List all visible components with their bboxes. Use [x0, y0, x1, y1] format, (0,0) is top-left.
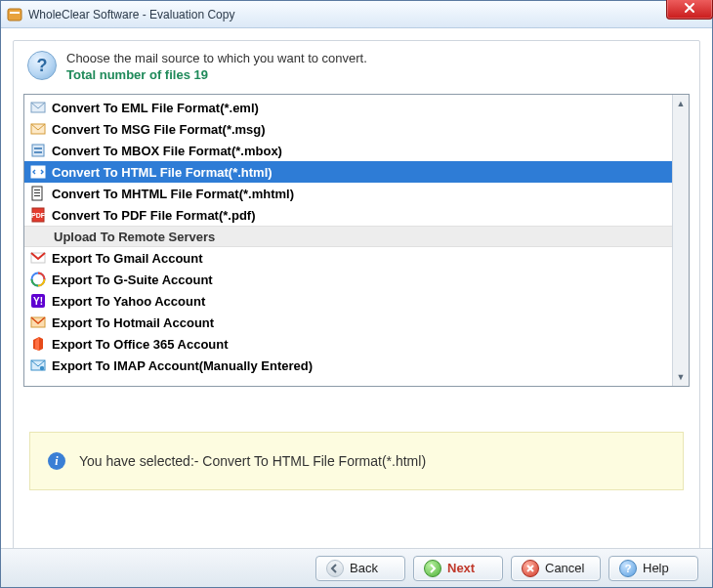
next-label: Next: [447, 561, 475, 575]
help-badge-icon: ?: [27, 51, 57, 80]
cancel-icon: [522, 560, 539, 577]
hotmail-icon: [30, 315, 46, 330]
format-option[interactable]: Convert To EML File Format(*.eml): [24, 97, 672, 118]
info-icon: i: [48, 452, 65, 470]
help-button[interactable]: ? Help: [608, 556, 698, 581]
remote-option-label: Export To Yahoo Account: [52, 294, 205, 309]
header: ? Choose the mail source to which you wa…: [23, 51, 690, 92]
gsuite-icon: [30, 272, 46, 287]
back-button[interactable]: Back: [315, 556, 405, 581]
remote-option-label: Export To G-Suite Account: [52, 273, 213, 287]
format-list-inner: Convert To EML File Format(*.eml)Convert…: [24, 95, 672, 386]
help-label: Help: [643, 561, 669, 575]
remote-option-label: Export To IMAP Account(Manually Entered): [52, 358, 313, 373]
svg-rect-6: [34, 151, 42, 153]
selection-notice: i You have selected:- Convert To HTML Fi…: [29, 432, 684, 490]
format-list: Convert To EML File Format(*.eml)Convert…: [23, 94, 690, 387]
format-option[interactable]: Convert To MBOX File Format(*.mbox): [24, 140, 672, 161]
yahoo-icon: Y!: [30, 293, 46, 309]
gmail-icon: [30, 250, 46, 266]
file-count-text: Total number of files 19: [66, 67, 367, 82]
format-option-label: Convert To HTML File Format(*.html): [52, 165, 273, 180]
format-option[interactable]: PDFConvert To PDF File Format(*.pdf): [24, 204, 672, 226]
header-text: Choose the mail source to which you want…: [66, 51, 367, 82]
remote-option-label: Export To Hotmail Account: [52, 315, 214, 330]
mbox-icon: [30, 143, 46, 158]
remote-option[interactable]: Export To Office 365 Account: [24, 333, 672, 355]
pdf-icon: PDF: [30, 207, 46, 223]
svg-rect-5: [34, 147, 42, 149]
cancel-button[interactable]: Cancel: [511, 556, 601, 581]
svg-rect-10: [34, 192, 40, 193]
remote-option[interactable]: Export To IMAP Account(Manually Entered): [24, 355, 672, 376]
svg-rect-4: [32, 145, 44, 156]
remote-option[interactable]: Export To Gmail Account: [24, 247, 672, 269]
imap-icon: [30, 357, 46, 373]
remote-option[interactable]: Export To G-Suite Account: [24, 269, 672, 290]
format-option-label: Convert To MSG File Format(*.msg): [52, 122, 266, 137]
close-button[interactable]: [666, 0, 713, 20]
format-option[interactable]: Convert To MHTML File Format(*.mhtml): [24, 183, 672, 204]
footer: Back Next Cancel ? Help: [1, 548, 712, 587]
app-window: WholeClear Software - Evaluation Copy ? …: [0, 0, 713, 588]
cancel-label: Cancel: [545, 561, 584, 575]
format-option-label: Convert To MHTML File Format(*.mhtml): [52, 187, 294, 201]
svg-rect-0: [8, 9, 21, 21]
eml-icon: [30, 100, 46, 115]
content-panel: ? Choose the mail source to which you wa…: [13, 40, 700, 575]
svg-rect-11: [34, 195, 40, 196]
scrollbar[interactable]: ▲ ▼: [672, 95, 689, 386]
format-option[interactable]: Convert To HTML File Format(*.html): [24, 161, 672, 183]
svg-rect-9: [34, 189, 40, 190]
next-button[interactable]: Next: [413, 556, 503, 581]
html-icon: [30, 164, 46, 180]
titlebar: WholeClear Software - Evaluation Copy: [1, 1, 712, 28]
format-option-label: Convert To MBOX File Format(*.mbox): [52, 144, 282, 158]
mhtml-icon: [30, 186, 46, 201]
msg-icon: [30, 121, 46, 137]
remote-option[interactable]: Y!Export To Yahoo Account: [24, 290, 672, 312]
svg-text:PDF: PDF: [31, 212, 46, 219]
format-option-label: Convert To EML File Format(*.eml): [52, 101, 259, 115]
window-title: WholeClear Software - Evaluation Copy: [28, 8, 234, 21]
remote-option-label: Export To Office 365 Account: [52, 337, 229, 352]
remote-section-label: Upload To Remote Servers: [54, 230, 215, 244]
back-arrow-icon: [326, 560, 344, 577]
close-icon: [683, 2, 696, 14]
remote-section-header: Upload To Remote Servers: [24, 226, 672, 247]
scroll-up-button[interactable]: ▲: [675, 97, 687, 110]
o365-icon: [30, 336, 46, 352]
svg-text:Y!: Y!: [33, 296, 43, 307]
back-label: Back: [350, 561, 378, 575]
next-arrow-icon: [424, 560, 441, 577]
format-option-label: Convert To PDF File Format(*.pdf): [52, 208, 255, 223]
remote-option-label: Export To Gmail Account: [52, 251, 203, 266]
scroll-down-button[interactable]: ▼: [675, 370, 687, 384]
svg-rect-1: [10, 12, 20, 14]
app-icon: [7, 7, 22, 22]
format-option[interactable]: Convert To MSG File Format(*.msg): [24, 118, 672, 140]
svg-point-20: [40, 366, 44, 370]
selection-notice-text: You have selected:- Convert To HTML File…: [79, 453, 426, 469]
window-body: ? Choose the mail source to which you wa…: [1, 28, 712, 587]
help-icon: ?: [619, 560, 637, 577]
remote-option[interactable]: Export To Hotmail Account: [24, 312, 672, 333]
instruction-text: Choose the mail source to which you want…: [66, 51, 367, 65]
